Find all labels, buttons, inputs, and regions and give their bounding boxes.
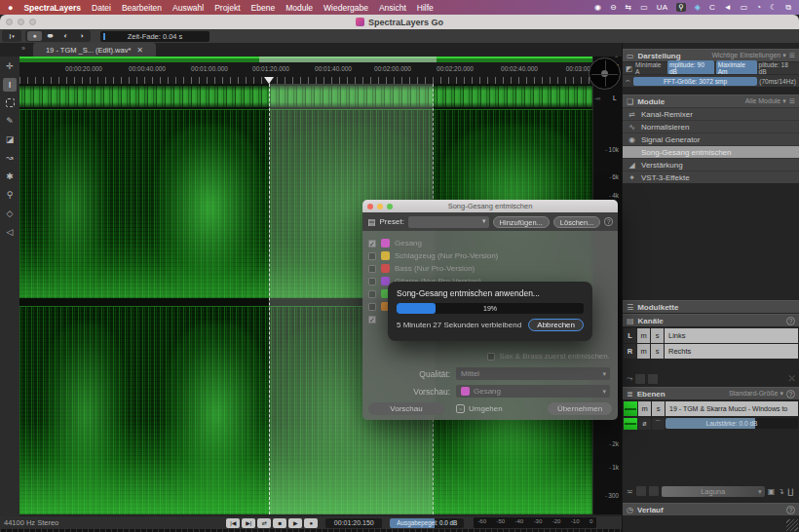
play-button[interactable]: ▶ [288,518,302,528]
module-header[interactable]: ❏ Module Alle Module ▾☰ [623,95,799,107]
current-tool-selector[interactable]: I▾ [2,30,21,42]
module-filter-dropdown[interactable]: Alle Module ▾ [745,97,786,105]
shape-ellipse-button[interactable]: ⬬ [43,31,57,41]
sax-brass-checkbox[interactable] [487,353,495,361]
menu-item-datei[interactable]: Datei [92,3,111,13]
stem-checkbox[interactable]: ✓ [368,316,376,323]
menu-item-module[interactable]: Module [285,3,313,13]
channel-route-icon[interactable]: ⤳ [627,374,632,384]
ua-icon[interactable]: UA [657,3,667,12]
fft-size-row[interactable]: ⌢ FFT-Größe: 3072 smp (70ms/14Hz) [623,74,799,87]
module-item-song-gesang-entmischen[interactable]: Song-Gesang entmischen [623,145,799,158]
channel-row-left[interactable]: L m s Links [623,328,799,343]
layer-size-dropdown[interactable]: Standard-Größe ▾ [729,390,783,398]
loop-button[interactable]: ⇄ [257,518,271,528]
module-item-vst3-effekte[interactable]: ✦VST-3-Effekte [623,171,799,183]
layer-mode-dropdown[interactable]: Laguna▾ [662,486,765,497]
spotlight-icon[interactable]: ⚲ [676,3,686,12]
resize-grip[interactable] [786,519,798,531]
apple-menu-icon[interactable]: ● [8,3,13,13]
solo-button[interactable]: s [651,328,664,343]
kanaele-header[interactable]: ▤ Kanäle ? [623,314,799,326]
record-button[interactable]: ● [304,518,318,528]
help-icon[interactable]: ? [786,506,795,514]
translate-icon[interactable]: ⇆ [626,3,632,12]
help-icon[interactable]: ? [604,217,613,226]
menu-item-ebene[interactable]: Ebene [251,3,276,13]
control-center-icon[interactable]: ⧉ [785,3,791,13]
modulkette-header[interactable]: ☰ Modulkette [623,300,799,313]
prism-icon[interactable]: ◈ [695,3,701,12]
volume-icon[interactable]: ◄ [724,3,732,12]
eraser-tool[interactable]: ◪ [3,133,17,146]
apply-button[interactable]: Übernehmen [548,402,612,415]
mute-button[interactable]: m [637,344,650,359]
layer-mute-button[interactable]: m [638,401,651,416]
stem-checkbox[interactable] [368,303,376,311]
menu-item-hilfe[interactable]: Hilfe [417,3,434,13]
document-tab[interactable]: 19 - TGM _S... (Edit).wav* ✕ [33,43,156,57]
merge-layer-icon[interactable]: ↴ [778,487,784,496]
automation-button[interactable]: ⌒ [652,418,665,430]
help-icon[interactable]: ? [786,317,795,325]
phase-invert-button[interactable]: ø [638,418,651,430]
preset-add-button[interactable]: Hinzufügen... [493,216,550,228]
layer-row[interactable]: m s 19 - TGM & Skarra Mucci - Windows to [623,401,799,416]
clock-icon[interactable]: ◔ [756,3,761,12]
stem-checkbox[interactable]: ✓ [368,240,376,247]
time-ruler[interactable]: 00:00:20.000 00:00:40.000 00:01:00.000 0… [19,62,592,84]
time-select-tool[interactable]: I [3,78,17,92]
trash-icon[interactable]: ∐ [787,487,793,496]
shape-circle-button[interactable]: ● [27,31,42,41]
module-item-signal-generator[interactable]: ◉Signal Generator [623,133,799,145]
stem-checkbox[interactable] [368,265,376,273]
menu-item-auswahl[interactable]: Auswahl [172,3,204,13]
menu-item-projekt[interactable]: Projekt [214,3,240,13]
hamburger-icon[interactable]: ☰ [789,52,795,59]
go-start-button[interactable]: |◀ [226,518,240,528]
smooth-tool[interactable]: ↝ [3,151,17,165]
module-item-kanal-remixer[interactable]: ⇌Kanal-Remixer [623,107,799,120]
cancel-button[interactable]: Abbrechen [528,319,584,331]
time-display[interactable]: 00:01:20.150 [325,518,382,528]
shape-half-button[interactable]: ◐ [58,31,73,41]
darstellung-preset-dropdown[interactable]: Wichtige Einstellungen ▾ [711,52,785,59]
stem-row-schlagzeug[interactable]: Schlagzeug (Nur Pro-Version) [368,249,612,262]
pan-knob[interactable] [589,57,621,90]
sax-brass-checkbox-row[interactable]: Sax & Brass zuerst entmischen. [487,352,610,361]
stem-checkbox[interactable] [368,252,376,260]
bypass-button[interactable]: ▫Umgehen [456,404,503,413]
preset-delete-button[interactable]: Löschen... [553,216,601,228]
mute-button[interactable]: m [637,328,650,343]
time-fade-field[interactable]: Zeit-Fade: 0.04 s [100,31,209,42]
rect-select-tool[interactable] [6,98,15,107]
solo-button[interactable]: s [651,344,664,359]
stop-button[interactable]: ■ [273,518,286,528]
shape-icon[interactable]: ⊖ [610,3,617,12]
tab-close-icon[interactable]: ✕ [136,46,143,55]
dialog-title-bar[interactable]: Song-Gesang entmischen [362,200,618,212]
layer-volume-row[interactable]: ø ⌒ Lautstärke: 0.0 dB [623,417,799,430]
layer-volume-slider[interactable]: Lautstärke: 0.0 dB [666,418,798,429]
zoom-tool[interactable]: ⚲ [3,188,17,202]
c-icon[interactable]: C [709,3,715,12]
module-item-normalisieren[interactable]: ∿Normalisieren [623,120,799,133]
preview-button[interactable]: Vorschau [368,402,444,415]
menu-item-wiedergabe[interactable]: Wiedergabe [323,3,368,13]
new-layer-icon[interactable]: ▣ [768,487,776,496]
shape-contrast-button[interactable]: ◑ [74,31,89,41]
stem-row-gesang[interactable]: ✓ Gesang [368,237,612,249]
ebenen-header[interactable]: ≣ Ebenen Standard-Größe ▾? [623,387,799,399]
preview-dropdown[interactable]: Gesang▾ [456,385,610,398]
transform-tool[interactable]: ✛ [3,59,17,73]
tab-overflow-icon[interactable]: » [21,45,25,52]
stem-checkbox[interactable] [368,290,376,298]
preset-dropdown[interactable]: ▾ [408,216,489,228]
menu-item-ansicht[interactable]: Ansicht [379,3,406,13]
playhead-marker[interactable] [264,77,274,84]
verlauf-header[interactable]: ◷ Verlauf ? [623,503,799,515]
channel-swap-icon[interactable]: ⤬ [789,374,795,384]
cube-tool[interactable]: ◇ [3,207,17,220]
menu-item-app[interactable]: SpectraLayers [23,3,81,13]
brush-tool[interactable]: ✎ [3,114,17,128]
